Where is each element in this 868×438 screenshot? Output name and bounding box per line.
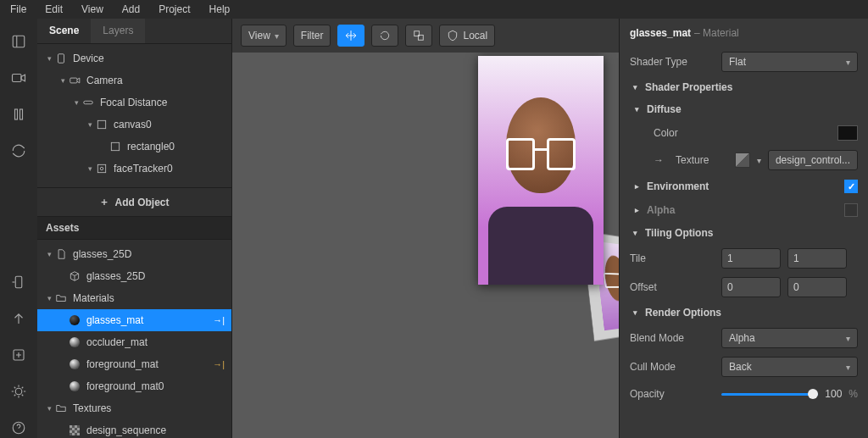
menu-edit[interactable]: Edit <box>38 2 70 17</box>
tree-label: Textures <box>73 402 111 414</box>
focal-icon <box>81 96 95 109</box>
svg-rect-11 <box>97 120 105 128</box>
viewport-toolbar: View▾ Filter Local <box>232 19 619 53</box>
tree-label: glasses_mat <box>86 314 143 326</box>
tracker-icon <box>95 162 108 175</box>
left-toolbar <box>0 19 37 438</box>
layout-icon[interactable] <box>11 34 26 52</box>
tree-row[interactable]: occluder_mat <box>37 331 231 353</box>
help-icon[interactable] <box>11 420 26 438</box>
doc-icon <box>54 247 68 261</box>
svg-rect-1 <box>13 75 22 82</box>
menu-add[interactable]: Add <box>115 2 147 17</box>
sphere-icon <box>68 358 81 371</box>
tree-row[interactable]: foreground_mat→| <box>37 353 231 375</box>
diffuse-section[interactable]: ▾Diffuse <box>620 98 868 120</box>
tree-label: faceTracker0 <box>114 163 173 175</box>
folder-icon <box>54 402 68 415</box>
assets-header: Assets <box>37 216 231 240</box>
opacity-label: Opacity <box>630 388 715 400</box>
rect-icon <box>108 140 122 153</box>
view-dropdown[interactable]: View▾ <box>241 25 287 47</box>
tree-row[interactable]: design_sequence <box>37 419 231 438</box>
scene-tabs: Scene Layers <box>37 19 231 44</box>
cube-icon <box>68 269 81 283</box>
filter-button[interactable]: Filter <box>293 25 331 47</box>
svg-rect-8 <box>58 54 64 64</box>
menu-file[interactable]: File <box>3 2 33 17</box>
viewport: View▾ Filter Local <box>232 19 619 438</box>
tree-row[interactable]: ▾canvas0 <box>37 114 231 136</box>
cull-select[interactable]: Back▾ <box>721 357 858 377</box>
viewport-canvas[interactable] <box>232 53 619 438</box>
texture-select[interactable]: design_control... <box>768 150 858 170</box>
tree-row[interactable]: ▾faceTracker0 <box>37 158 231 180</box>
move-tool-button[interactable] <box>337 25 364 47</box>
tree-row[interactable]: ▾Device <box>37 47 231 69</box>
tree-row[interactable]: foreground_mat0 <box>37 375 231 397</box>
rect-icon <box>95 118 108 131</box>
tiling-section[interactable]: ▾Tiling Options <box>620 222 868 244</box>
svg-rect-3 <box>20 109 23 119</box>
svg-rect-4 <box>15 276 22 288</box>
tree-row[interactable]: ▾Materials <box>37 287 231 309</box>
tree-label: design_sequence <box>86 424 166 436</box>
local-button[interactable]: Local <box>439 25 495 47</box>
alpha-section[interactable]: ▸Alpha <box>620 198 868 222</box>
tree-row[interactable]: ▾Focal Distance <box>37 91 231 114</box>
tree-label: rectangle0 <box>127 141 175 152</box>
texture-thumb[interactable] <box>735 152 750 168</box>
svg-rect-0 <box>13 36 25 47</box>
pause-icon[interactable] <box>11 107 26 125</box>
camera-icon <box>68 74 81 87</box>
environment-section[interactable]: ▸Environment✓ <box>620 175 868 198</box>
offset-y-input[interactable]: 0 <box>787 277 847 297</box>
video-icon[interactable] <box>11 70 26 88</box>
menu-view[interactable]: View <box>75 2 110 17</box>
send-device-icon[interactable] <box>11 274 26 292</box>
bug-icon[interactable] <box>11 384 26 402</box>
refresh-icon[interactable] <box>11 143 26 161</box>
shader-type-select[interactable]: Flat▾ <box>721 52 858 72</box>
rotate-tool-button[interactable] <box>371 25 398 47</box>
shader-properties-section[interactable]: ▾Shader Properties <box>620 76 868 98</box>
tree-label: occluder_mat <box>86 336 147 348</box>
add-object-button[interactable]: ＋Add Object <box>37 187 231 216</box>
tree-label: Camera <box>86 75 123 86</box>
svg-rect-9 <box>70 78 77 83</box>
menu-project[interactable]: Project <box>152 2 197 17</box>
menubar: File Edit View Add Project Help <box>0 0 868 19</box>
tab-scene[interactable]: Scene <box>37 19 91 43</box>
tile-x-input[interactable]: 1 <box>721 248 781 269</box>
tree-label: Device <box>73 53 104 64</box>
up-arrow-icon[interactable] <box>11 311 26 329</box>
tile-y-input[interactable]: 1 <box>787 248 847 269</box>
tree-row[interactable]: ▾glasses_25D <box>37 243 231 265</box>
render-section[interactable]: ▾Render Options <box>620 302 868 324</box>
tree-label: foreground_mat <box>86 358 159 370</box>
alpha-check[interactable] <box>844 203 858 217</box>
tree-label: glasses_25D <box>73 248 131 260</box>
tree-label: Focal Distance <box>100 97 167 108</box>
opacity-slider[interactable] <box>721 385 818 402</box>
sphere-icon <box>68 335 81 349</box>
tree-row[interactable]: glasses_25D <box>37 265 231 287</box>
menu-help[interactable]: Help <box>203 2 237 17</box>
tab-layers[interactable]: Layers <box>91 19 145 43</box>
scale-tool-button[interactable] <box>405 25 432 47</box>
color-label: Color <box>654 127 738 139</box>
blend-select[interactable]: Alpha▾ <box>721 328 858 348</box>
color-swatch[interactable] <box>837 125 858 141</box>
folder-icon <box>54 291 68 305</box>
tree-row[interactable]: ▾Camera <box>37 69 231 91</box>
tree-row[interactable]: rectangle0 <box>37 136 231 158</box>
tree-label: canvas0 <box>114 119 152 130</box>
environment-check[interactable]: ✓ <box>844 180 858 193</box>
tree-row[interactable]: ▾Textures <box>37 397 231 419</box>
sphere-dark-icon <box>68 313 81 327</box>
add-lib-icon[interactable] <box>11 347 26 365</box>
tree-row[interactable]: glasses_mat→| <box>37 309 231 331</box>
device-icon <box>54 52 68 65</box>
offset-x-input[interactable]: 0 <box>721 277 781 297</box>
svg-rect-2 <box>15 109 18 119</box>
